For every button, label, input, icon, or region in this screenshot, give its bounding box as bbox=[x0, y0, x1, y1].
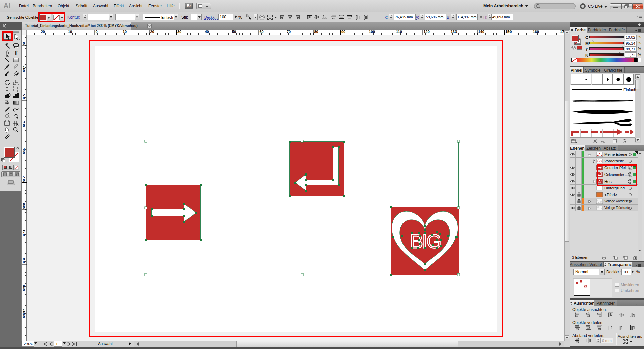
svg-text:40: 40 bbox=[205, 30, 209, 34]
svg-text:0: 0 bbox=[23, 178, 25, 182]
svg-text:20: 20 bbox=[41, 30, 45, 34]
svg-text:0: 0 bbox=[23, 96, 25, 100]
svg-text:140: 140 bbox=[478, 30, 484, 34]
svg-text:60: 60 bbox=[260, 30, 264, 34]
svg-text:0: 0 bbox=[23, 123, 25, 128]
svg-text:0: 0 bbox=[23, 205, 25, 209]
svg-text:0: 0 bbox=[96, 30, 98, 34]
svg-text:0: 0 bbox=[23, 41, 25, 45]
svg-text:0: 0 bbox=[23, 315, 25, 319]
svg-text:170: 170 bbox=[560, 30, 564, 34]
svg-text:150: 150 bbox=[505, 30, 512, 34]
svg-text:100: 100 bbox=[369, 30, 375, 34]
svg-text:80: 80 bbox=[314, 30, 318, 34]
svg-text:T: T bbox=[14, 50, 18, 57]
svg-text:0: 0 bbox=[23, 69, 25, 73]
svg-text:130: 130 bbox=[451, 30, 457, 34]
svg-text:10: 10 bbox=[123, 30, 127, 34]
svg-text:20: 20 bbox=[150, 30, 154, 34]
svg-text:0: 0 bbox=[23, 288, 25, 292]
svg-text:10: 10 bbox=[68, 30, 72, 34]
svg-text:0: 0 bbox=[23, 260, 25, 264]
svg-text:160: 160 bbox=[533, 30, 539, 34]
svg-text:30: 30 bbox=[177, 30, 181, 34]
svg-text:120: 120 bbox=[424, 30, 430, 34]
svg-text:70: 70 bbox=[287, 30, 291, 34]
svg-text:110: 110 bbox=[396, 30, 402, 34]
svg-text:50: 50 bbox=[232, 30, 236, 34]
svg-text:0: 0 bbox=[23, 233, 25, 237]
svg-text:90: 90 bbox=[341, 30, 345, 34]
svg-text:0: 0 bbox=[23, 151, 25, 155]
